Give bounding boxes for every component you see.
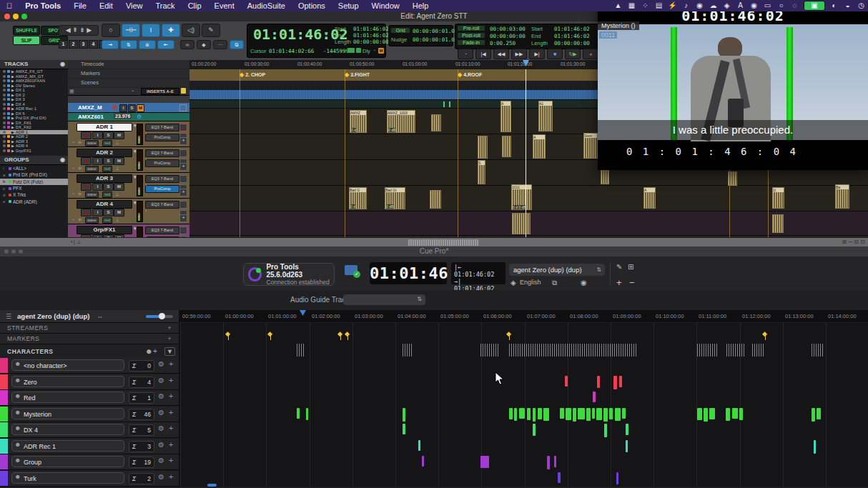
- track-list-icon[interactable]: ▦: [69, 89, 74, 94]
- zoom-window-button[interactable]: [21, 14, 27, 19]
- audio-clip[interactable]: [430, 190, 441, 209]
- track-name[interactable]: AMXZ_M: [78, 104, 102, 111]
- mute-button[interactable]: M: [114, 183, 124, 191]
- character-name-field[interactable]: Red: [11, 392, 124, 403]
- insert-eq3-7-band[interactable]: EQ3 7-Band: [145, 149, 179, 157]
- character-settings-icon[interactable]: ⚙: [158, 457, 164, 464]
- record-button[interactable]: ●: [583, 49, 598, 59]
- zoom-preset-3[interactable]: 3: [79, 40, 88, 49]
- character-settings-icon[interactable]: ⚙: [158, 392, 164, 400]
- tab-button-0[interactable]: ⇥: [102, 40, 119, 49]
- output-window-button[interactable]: [179, 124, 187, 131]
- language-globe-icon[interactable]: ◈: [511, 279, 516, 287]
- menu-item-clip[interactable]: Clip: [182, 1, 208, 10]
- audio-clip-amxz[interactable]: AMXZ0 d: [350, 110, 367, 133]
- cue-clip-mysterion[interactable]: [573, 408, 576, 422]
- automation-icon[interactable]: ⊥: [115, 191, 119, 197]
- cue-h-scrollbar[interactable]: [207, 484, 217, 487]
- cue-grid[interactable]: 00:59:00:0001:00:00:0001:01:00:0001:02:0…: [179, 310, 868, 487]
- tab-button-1[interactable]: ⇅: [120, 40, 137, 49]
- cue-clip-zero[interactable]: [565, 376, 568, 387]
- timebase-icon[interactable]: ◔: [131, 89, 134, 94]
- menu-item-view[interactable]: View: [119, 1, 149, 10]
- selection-end[interactable]: 01:01:46:02: [353, 32, 389, 39]
- guide-waveform-clip[interactable]: [297, 344, 305, 357]
- add-character-icon[interactable]: ☻+: [145, 347, 157, 355]
- menu-item-window[interactable]: Window: [365, 1, 406, 10]
- track-header-amxz601[interactable]: AMXZ60123.976⚙: [68, 113, 189, 121]
- spotlight-icon[interactable]: ○: [774, 0, 788, 11]
- remove-button[interactable]: −: [629, 277, 635, 288]
- play-icon[interactable]: ◉: [747, 0, 761, 11]
- character-add-icon[interactable]: +: [169, 472, 173, 481]
- output-window-button[interactable]: [179, 175, 187, 183]
- track-name[interactable]: ADR 4: [77, 200, 132, 209]
- link-button-1[interactable]: ◆: [197, 40, 211, 49]
- counter-dropdown-icon[interactable]: ▾: [325, 30, 328, 37]
- character-add-icon[interactable]: +: [169, 359, 173, 368]
- add-insert-button[interactable]: +: [179, 137, 187, 145]
- cue-clip-mysterion[interactable]: [297, 408, 300, 419]
- web-icon[interactable]: ◉: [581, 279, 587, 287]
- minimize-button[interactable]: [13, 14, 19, 19]
- character-name-field[interactable]: Group: [11, 456, 124, 467]
- link-button-3[interactable]: ⧉: [230, 40, 244, 49]
- cue-clip-mysterion[interactable]: [578, 408, 585, 419]
- cue-clip-mysterion[interactable]: [306, 408, 308, 420]
- elastic-audio-icon[interactable]: ✳: [78, 140, 82, 146]
- connection-status-chip[interactable]: Pro Tools 25.6.0d263 Connection establis…: [243, 263, 335, 286]
- ruler-name-markers[interactable]: Markers: [68, 69, 189, 79]
- insert-procomp[interactable]: ProComp: [145, 159, 179, 167]
- menu-item-help[interactable]: Help: [406, 1, 435, 10]
- mute-button[interactable]: M: [137, 104, 144, 112]
- roll-start[interactable]: 01:01:46:02: [554, 26, 590, 32]
- roll-length[interactable]: 00:00:00:00: [554, 40, 590, 46]
- timebase-icon[interactable]: ◔: [71, 217, 74, 222]
- group-list-item[interactable]: bFutz DX (Futz): [0, 179, 68, 185]
- audio-clip-siem[interactable]: Siem: [583, 133, 598, 159]
- zoom-preset-2[interactable]: 2: [69, 40, 78, 49]
- add-marker-button[interactable]: +: [168, 335, 172, 342]
- cue-clip-mysterion[interactable]: [603, 408, 608, 422]
- character-add-icon[interactable]: +: [169, 424, 173, 432]
- record-enable-button[interactable]: [81, 131, 92, 139]
- zoom-slider[interactable]: [146, 315, 173, 318]
- cue-clip-dx-4[interactable]: [533, 424, 536, 436]
- character-settings-icon[interactable]: ⚙: [158, 424, 164, 432]
- guide-waveform-clip[interactable]: [480, 344, 499, 357]
- record-enable-button[interactable]: [81, 209, 92, 216]
- automation-icon[interactable]: ⊥: [115, 166, 119, 171]
- add-insert-button[interactable]: +: [179, 214, 187, 222]
- character-name-field[interactable]: <no character>: [11, 359, 124, 371]
- group-list-item[interactable]: aPrd DX (Prd DX): [0, 171, 68, 178]
- sidecar-icon[interactable]: ▤: [652, 0, 666, 11]
- insert-eq3-7-band[interactable]: EQ3 7-Band: [145, 201, 179, 209]
- menu-item-pro-tools[interactable]: Pro Tools: [19, 1, 67, 10]
- input-monitor-button[interactable]: I: [92, 157, 103, 165]
- solo-button[interactable]: S: [103, 131, 114, 139]
- guide-waveform-clip[interactable]: [726, 344, 745, 357]
- character-add-icon[interactable]: +: [169, 392, 173, 400]
- tab-button-2[interactable]: ≣: [139, 40, 156, 49]
- edit-mode-shuffle[interactable]: SHUFFLE: [13, 26, 40, 35]
- ruler-name-timecode[interactable]: Timecode: [68, 60, 189, 69]
- cue-clip-mysterion[interactable]: [704, 408, 708, 422]
- stepper-icon[interactable]: ⇅: [596, 264, 601, 276]
- audio-clip-a[interactable]: A: [533, 134, 546, 159]
- cue-clip-zero[interactable]: [597, 376, 600, 388]
- track-name[interactable]: ADR 2: [77, 149, 132, 157]
- keyboard-focus-icon[interactable]: [347, 48, 355, 53]
- audio-clip-a1[interactable]: A1: [538, 101, 553, 131]
- add-track-icon[interactable]: +| ⊥: [70, 239, 82, 245]
- half-screen-icon[interactable]: [356, 48, 361, 53]
- cue-clip-mysterion[interactable]: [726, 408, 730, 421]
- streamers-row[interactable]: STREAMERS +: [0, 323, 179, 334]
- close-button[interactable]: [4, 14, 10, 19]
- zoomer-tool[interactable]: ○: [102, 24, 120, 37]
- menu-item-options[interactable]: Options: [292, 1, 332, 10]
- go-to-end-button[interactable]: ▶|: [529, 49, 545, 59]
- user-icon[interactable]: ◒: [841, 0, 854, 11]
- audio-clip-ba[interactable]: Ba: [835, 184, 849, 209]
- solo-button[interactable]: S: [103, 183, 114, 191]
- input-monitor-button[interactable]: I: [119, 104, 127, 112]
